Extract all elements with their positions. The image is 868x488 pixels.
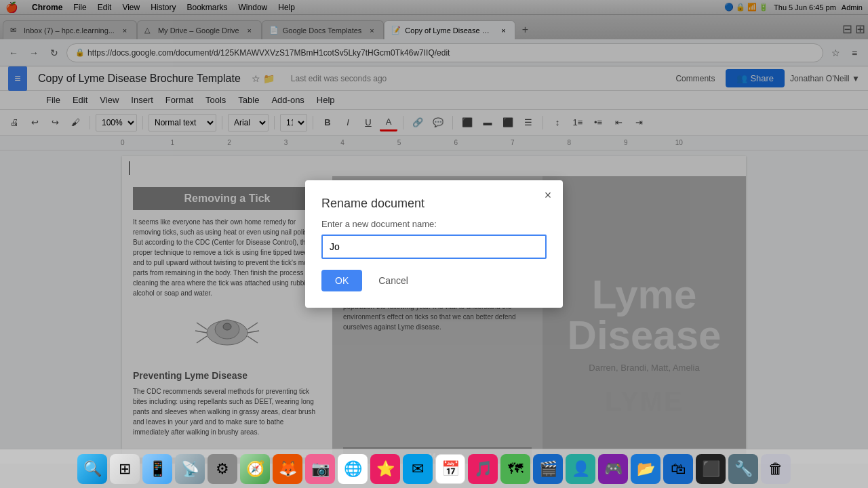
dock-photos[interactable]: 📷 [305,454,335,484]
dock-game[interactable]: 🎮 [598,454,628,484]
dock-maps[interactable]: 🗺 [500,454,530,484]
dock-launchpad[interactable]: ⊞ [110,454,140,484]
document-name-input[interactable] [321,235,547,259]
modal-overlay: × Rename document Enter a new document n… [0,0,868,488]
dock-finder[interactable]: 🔍 [77,454,107,484]
dock-imovie[interactable]: 🎬 [533,454,563,484]
dock-firefox[interactable]: 🦊 [273,454,302,484]
dock-store[interactable]: 🛍 [663,454,693,484]
dock-apps[interactable]: 📱 [142,454,172,484]
dock-trash[interactable]: 🗑 [761,454,791,484]
dock-tools[interactable]: 🔧 [728,454,758,484]
modal-title: Rename document [321,197,547,211]
modal-label: Enter a new document name: [321,219,547,229]
dock-chrome[interactable]: 🌐 [338,454,368,484]
dock-network[interactable]: 📡 [175,454,205,484]
dock-terminal[interactable]: ⬛ [696,454,726,484]
dock-system[interactable]: ⚙ [208,454,237,484]
cancel-button[interactable]: Cancel [368,270,419,291]
dock-safari[interactable]: 🧭 [240,454,270,484]
dock-face[interactable]: 👤 [566,454,595,484]
ok-button[interactable]: OK [321,270,362,291]
dock-calendar[interactable]: 📅 [435,454,465,484]
dock-music[interactable]: 🎵 [468,454,498,484]
rename-dialog: × Rename document Enter a new document n… [305,180,563,308]
dock-star[interactable]: ⭐ [370,454,400,484]
mac-dock: 🔍 ⊞ 📱 📡 ⚙ 🧭 🦊 📷 🌐 ⭐ ✉ 📅 🎵 🗺 🎬 👤 🎮 📂 🛍 ⬛ … [0,449,868,488]
dock-mail[interactable]: ✉ [403,454,433,484]
modal-buttons: OK Cancel [321,270,547,291]
modal-close-button[interactable]: × [540,187,556,203]
dock-files[interactable]: 📂 [631,454,660,484]
